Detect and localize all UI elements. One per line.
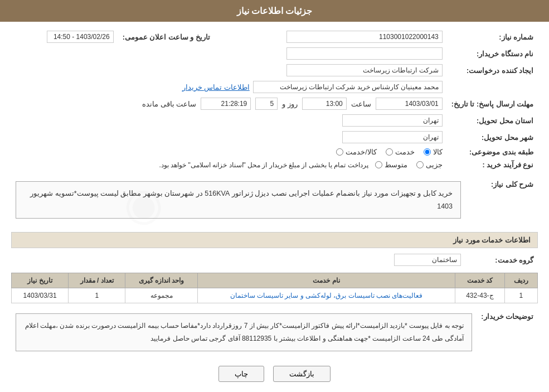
tabaqe-radio1-label: کالا bbox=[433, 148, 443, 156]
shomareNiaz-value: 1103001022000143 bbox=[215, 28, 447, 45]
row-shahr: شهر محل تحویل: تهران bbox=[11, 129, 538, 146]
tabaqe-radio2-input[interactable] bbox=[386, 148, 393, 156]
noeFarayand-radio1-label: جزیی bbox=[426, 161, 443, 169]
noeFarayand-row: جزیی متوسط پرداخت تمام یا بخشی از مبلغ خ… bbox=[11, 158, 447, 171]
tabaqe-radio-kala[interactable]: کالا bbox=[424, 148, 443, 156]
col-vahed: واحد اندازه گیری bbox=[125, 273, 197, 288]
tozihat-value: توجه به فایل پیوست *بازدید الزامیست*ارائ… bbox=[11, 308, 477, 357]
shomareNiaz-input: 1103001022000143 bbox=[286, 31, 443, 43]
sharh-label: شرح کلی نیاز: bbox=[465, 176, 538, 226]
row-ostan: استان محل تحویل: تهران bbox=[11, 112, 538, 129]
header-title: جزئیات اطلاعات نیاز bbox=[237, 6, 313, 16]
row-mohlat: مهلت ارسال پاسخ: تا تاریخ: 1403/03/01 سا… bbox=[11, 95, 538, 112]
tozihat-label: توضیحات خریدار: bbox=[477, 308, 538, 357]
row-name: فعالیت‌های نصب تاسیسات برق، لوله‌کشی و س… bbox=[197, 288, 455, 303]
noeFarayand-radio1-input[interactable] bbox=[416, 161, 424, 168]
tozihat-row: توضیحات خریدار: توجه به فایل پیوست *بازد… bbox=[11, 308, 538, 357]
namDastgah-label: نام دستگاه خریدار: bbox=[447, 45, 538, 62]
tabaqe-radio-kala-khadamat[interactable]: کالا/خدمت bbox=[336, 148, 376, 156]
col-tedad: تعداد / مقدار bbox=[69, 273, 125, 288]
mohlat-rooz-label: روز و bbox=[282, 100, 297, 108]
row-radif: 1 bbox=[504, 288, 537, 303]
col-radif: ردیف bbox=[504, 273, 537, 288]
services-table-body: 1 ج-43-432 فعالیت‌های نصب تاسیسات برق، ل… bbox=[12, 288, 538, 303]
col-tarikh: تاریخ نیاز bbox=[12, 273, 69, 288]
tarikh-input: 1403/02/26 - 14:50 bbox=[47, 31, 114, 43]
shahr-input: تهران bbox=[342, 131, 443, 143]
buttons-row: بازگشت چاپ bbox=[11, 366, 538, 382]
mohlat-label: مهلت ارسال پاسخ: تا تاریخ: bbox=[447, 95, 538, 112]
row-code: ج-43-432 bbox=[455, 288, 505, 303]
goroh-table: گروه خدمت: ساختمان bbox=[11, 251, 538, 268]
shomareNiaz-label: شماره نیاز: bbox=[447, 28, 538, 45]
tabaqe-label: طبقه بندی موضوعی: bbox=[447, 146, 538, 158]
row-tarikh: 1403/03/31 bbox=[12, 288, 69, 303]
karshenas-row: محمد معینیان کارشناس خرید شرکت ارتباطات … bbox=[11, 79, 447, 95]
tabaqe-radio2-label: خدمت bbox=[395, 148, 415, 156]
namDastgah-value bbox=[11, 45, 447, 62]
tarikh-label: تاریخ و ساعت اعلان عمومی: bbox=[118, 28, 215, 45]
tarikh-value: 1403/02/26 - 14:50 bbox=[11, 28, 118, 45]
noeFarayand-radio-mota[interactable]: متوسط bbox=[375, 161, 407, 169]
row-vahed: مجموعه bbox=[125, 288, 197, 303]
khadamat-section-title: اطلاعات خدمات مورد نیاز bbox=[11, 232, 538, 248]
tabaqe-radio-group: کالا خدمت کالا/خدمت bbox=[11, 146, 447, 158]
row-tabaqe: طبقه بندی موضوعی: کالا خدمت کالا/خدمت bbox=[11, 146, 538, 158]
page-wrapper: جزئیات اطلاعات نیاز شماره نیاز: 11030010… bbox=[0, 0, 549, 392]
shahr-value: تهران bbox=[215, 129, 447, 146]
ijadKonande-label: ایجاد کننده درخواست: bbox=[447, 62, 538, 79]
header-bar: جزئیات اطلاعات نیاز bbox=[0, 0, 549, 22]
goroh-value: ساختمان bbox=[11, 251, 465, 268]
goroh-row: گروه خدمت: ساختمان bbox=[11, 251, 538, 268]
row-shomareNiaz: شماره نیاز: 1103001022000143 تاریخ و ساع… bbox=[11, 28, 538, 45]
noeFarayand-radio2-input[interactable] bbox=[375, 161, 382, 168]
tabaqe-radio1-input[interactable] bbox=[424, 148, 431, 156]
sharh-value: خرید کابل و تجهیزات مورد نیاز بانضمام عم… bbox=[11, 176, 465, 226]
row-tedad: 1 bbox=[69, 288, 125, 303]
back-button[interactable]: بازگشت bbox=[273, 366, 331, 382]
services-header-row: ردیف کد خدمت نام خدمت واحد اندازه گیری ت… bbox=[12, 273, 538, 288]
noeFarayand-label: نوع فرآیند خرید : bbox=[447, 158, 538, 171]
tabaqe-radio-khadamat[interactable]: خدمت bbox=[386, 148, 415, 156]
mohlat-row: 1403/03/01 ساعت 13:00 روز و 5 21:28:19 س… bbox=[11, 95, 447, 112]
content-area: شماره نیاز: 1103001022000143 تاریخ و ساع… bbox=[0, 22, 549, 392]
sharh-row: شرح کلی نیاز: خرید کابل و تجهیزات مورد ن… bbox=[11, 176, 538, 226]
table-row: 1 ج-43-432 فعالیت‌های نصب تاسیسات برق، ل… bbox=[12, 288, 538, 303]
noeFarayand-radio2-label: متوسط bbox=[385, 161, 407, 169]
namDastgah-input bbox=[286, 47, 443, 60]
mohlat-remaining-label: ساعت باقی مانده bbox=[142, 100, 196, 108]
sharh-table: شرح کلی نیاز: خرید کابل و تجهیزات مورد ن… bbox=[11, 176, 538, 226]
shahr-label: شهر محل تحویل: bbox=[447, 129, 538, 146]
row-karshenas: محمد معینیان کارشناس خرید شرکت ارتباطات … bbox=[11, 79, 538, 95]
row-ijadKonande: ایجاد کننده درخواست: شرکت ارتباطات زیرسا… bbox=[11, 62, 538, 79]
info-table: شماره نیاز: 1103001022000143 تاریخ و ساع… bbox=[11, 28, 538, 171]
tozihat-table: توضیحات خریدار: توجه به فایل پیوست *بازد… bbox=[11, 308, 538, 357]
mohlat-saat-label: ساعت bbox=[351, 100, 371, 108]
col-name: نام خدمت bbox=[197, 273, 455, 288]
noeFarayand-note: پرداخت تمام یا بخشی از مبلغ خریدار از مح… bbox=[159, 161, 368, 169]
tabaqe-radio3-label: کالا/خدمت bbox=[346, 148, 376, 156]
row-noe-farayand: نوع فرآیند خرید : جزیی متوسط bbox=[11, 158, 538, 171]
mohlat-remaining-input: 21:28:19 bbox=[201, 98, 251, 110]
mohlat-date-input: 1403/03/01 bbox=[376, 98, 443, 110]
karshenas-link[interactable]: اطلاعات تماس خریدار bbox=[182, 83, 250, 91]
ostan-value: تهران bbox=[215, 112, 447, 129]
goroh-label: گروه خدمت: bbox=[465, 251, 538, 268]
mohlat-rooz-input: 5 bbox=[255, 98, 278, 110]
ostan-label: استان محل تحویل: bbox=[447, 112, 538, 129]
row-namDastgah: نام دستگاه خریدار: bbox=[11, 45, 538, 62]
karshenas-empty-label bbox=[447, 79, 538, 95]
services-table-head: ردیف کد خدمت نام خدمت واحد اندازه گیری ت… bbox=[12, 273, 538, 288]
col-code: کد خدمت bbox=[455, 273, 505, 288]
ijadKonande-value: شرکت ارتباطات زیرساخت bbox=[11, 62, 447, 79]
ijadKonande-input: شرکت ارتباطات زیرساخت bbox=[286, 64, 443, 76]
tabaqe-radio3-input[interactable] bbox=[336, 148, 343, 156]
noeFarayand-radio-jozi[interactable]: جزیی bbox=[416, 161, 443, 169]
print-button[interactable]: چاپ bbox=[218, 366, 264, 382]
karshenas-input: محمد معینیان کارشناس خرید شرکت ارتباطات … bbox=[253, 81, 443, 93]
goroh-input: ساختمان bbox=[394, 254, 461, 266]
ostan-input: تهران bbox=[342, 114, 443, 127]
tozihat-box: توجه به فایل پیوست *بازدید الزامیست*ارائ… bbox=[16, 313, 472, 351]
services-table: ردیف کد خدمت نام خدمت واحد اندازه گیری ت… bbox=[11, 273, 538, 303]
mohlat-saat-input: 13:00 bbox=[302, 98, 347, 110]
